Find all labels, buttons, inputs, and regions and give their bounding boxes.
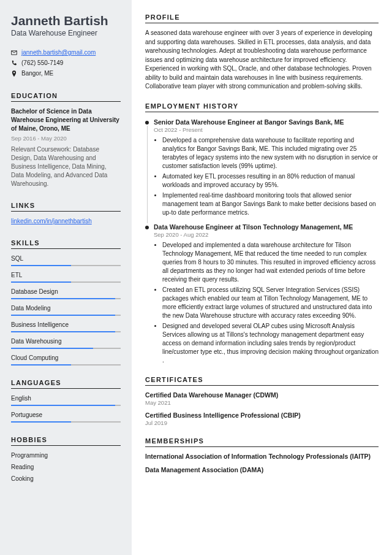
job-entry: Data Warehouse Engineer at Tilson Techno… <box>145 223 379 365</box>
job-bullet: Automated key ETL processes resulting in… <box>162 172 379 189</box>
skill-bar <box>11 331 121 332</box>
skill-fill <box>11 364 71 366</box>
job-bullets: Developed a comprehensive data warehouse… <box>162 136 379 217</box>
coursework-text: Relevant Coursework: Database Design, Da… <box>11 145 121 188</box>
languages-block: EnglishPortuguese <box>11 394 121 423</box>
skill-item: SQL <box>11 255 121 266</box>
skill-bar <box>11 281 121 283</box>
phone-icon <box>11 60 17 66</box>
email-link[interactable]: janneth.bartish@gmail.com <box>21 47 96 58</box>
skill-fill <box>11 281 71 283</box>
memberships-heading: MEMBERSHIPS <box>145 437 379 447</box>
employment-heading: EMPLOYMENT HISTORY <box>145 102 379 112</box>
education-dates: Sep 2016 - May 2020 <box>11 134 121 142</box>
certificates-block: Certified Data Warehouse Manager (CDWM)M… <box>145 391 379 426</box>
skill-item: Data Warehousing <box>11 337 121 349</box>
membership-entry: International Association of Information… <box>145 453 379 461</box>
hobbies-block: ProgrammingReadingCooking <box>11 451 121 483</box>
memberships-block: International Association of Information… <box>145 453 379 475</box>
location-pin-icon <box>11 71 17 77</box>
certificate-entry: Certified Data Warehouse Manager (CDWM)M… <box>145 391 379 406</box>
skill-fill <box>11 405 115 406</box>
hobby-item: Programming <box>11 451 121 460</box>
person-title: Data Warehouse Engineer <box>11 29 121 37</box>
skill-name: Database Design <box>11 288 121 296</box>
skill-name: Data Warehousing <box>11 337 121 346</box>
jobs-block: Senior Data Warehouse Engineer at Bangor… <box>145 118 379 365</box>
skill-fill <box>11 348 93 349</box>
link-item[interactable]: linkedin.com/in/jannethbartish <box>11 218 92 224</box>
skill-item: Business Intelligence <box>11 321 121 332</box>
skill-item: Data Modeling <box>11 304 121 316</box>
certificate-entry: Certified Business Intelligence Professi… <box>145 411 379 426</box>
job-bullet: Created an ETL process utilizing SQL Ser… <box>162 286 379 320</box>
skill-bar <box>11 298 121 299</box>
skill-bar <box>11 315 121 316</box>
skill-bar <box>11 364 121 366</box>
links-block: linkedin.com/in/jannethbartish <box>11 217 121 226</box>
skill-item: English <box>11 394 121 406</box>
skill-item: Portuguese <box>11 411 121 423</box>
languages-heading: LANGUAGES <box>11 379 121 389</box>
certificates-heading: CERTIFICATES <box>145 376 379 386</box>
job-dates: Sep 2020 - Aug 2022 <box>154 231 379 238</box>
links-heading: LINKS <box>11 202 121 212</box>
certificate-date: May 2021 <box>145 399 379 406</box>
job-bullet: Developed and implemented a data warehou… <box>162 241 379 284</box>
skill-bar <box>11 348 121 349</box>
contact-location-row: Bangor, ME <box>11 68 121 78</box>
skill-bar <box>11 405 121 406</box>
education-heading: EDUCATION <box>11 92 121 102</box>
skill-item: Database Design <box>11 288 121 299</box>
sidebar: Janneth Bartish Data Warehouse Engineer … <box>0 0 132 555</box>
certificate-date: Jul 2019 <box>145 419 379 426</box>
skills-block: SQLETLDatabase DesignData ModelingBusine… <box>11 255 121 366</box>
hobbies-heading: HOBBIES <box>11 436 121 446</box>
skill-fill <box>11 315 115 316</box>
membership-entry: Data Management Association (DAMA) <box>145 466 379 475</box>
hobby-item: Reading <box>11 463 121 472</box>
contact-email-row: janneth.bartish@gmail.com <box>11 47 121 58</box>
skill-fill <box>11 421 71 423</box>
envelope-icon <box>11 50 17 56</box>
skills-heading: SKILLS <box>11 239 121 249</box>
skill-fill <box>11 298 115 299</box>
degree-text: Bachelor of Science in Data Warehouse En… <box>11 107 121 133</box>
job-bullets: Developed and implemented a data warehou… <box>162 241 379 365</box>
contact-phone-row: (762) 550-7149 <box>11 58 121 68</box>
job-title: Data Warehouse Engineer at Tilson Techno… <box>154 223 379 231</box>
skill-name: Data Modeling <box>11 304 121 313</box>
skill-name: SQL <box>11 255 121 263</box>
person-name: Janneth Bartish <box>11 13 121 28</box>
skill-name: Business Intelligence <box>11 321 121 329</box>
skill-fill <box>11 331 115 332</box>
certificate-title: Certified Data Warehouse Manager (CDWM) <box>145 391 379 399</box>
job-entry: Senior Data Warehouse Engineer at Bangor… <box>145 118 379 217</box>
skill-fill <box>11 265 71 266</box>
job-bullet: Implemented real-time dashboard monitori… <box>162 191 379 217</box>
skill-bar <box>11 421 121 423</box>
skill-name: Portuguese <box>11 411 121 419</box>
skill-bar <box>11 265 121 266</box>
location-text: Bangor, ME <box>21 68 53 78</box>
job-title: Senior Data Warehouse Engineer at Bangor… <box>154 118 379 126</box>
profile-heading: PROFILE <box>145 13 379 23</box>
timeline-line <box>147 126 148 223</box>
skill-item: Cloud Computing <box>11 354 121 366</box>
skill-item: ETL <box>11 271 121 283</box>
certificate-title: Certified Business Intelligence Professi… <box>145 411 379 419</box>
education-block: Bachelor of Science in Data Warehouse En… <box>11 107 121 188</box>
job-dates: Oct 2022 - Present <box>154 126 379 133</box>
hobby-item: Cooking <box>11 475 121 483</box>
skill-name: English <box>11 394 121 403</box>
main-column: PROFILE A seasoned data warehouse engine… <box>132 0 392 555</box>
job-bullet: Designed and developed several OLAP cube… <box>162 322 379 365</box>
contact-block: janneth.bartish@gmail.com (762) 550-7149… <box>11 47 121 78</box>
phone-text: (762) 550-7149 <box>21 58 63 68</box>
job-bullet: Developed a comprehensive data warehouse… <box>162 136 379 170</box>
profile-text: A seasoned data warehouse engineer with … <box>145 29 379 91</box>
skill-name: Cloud Computing <box>11 354 121 362</box>
skill-name: ETL <box>11 271 121 280</box>
